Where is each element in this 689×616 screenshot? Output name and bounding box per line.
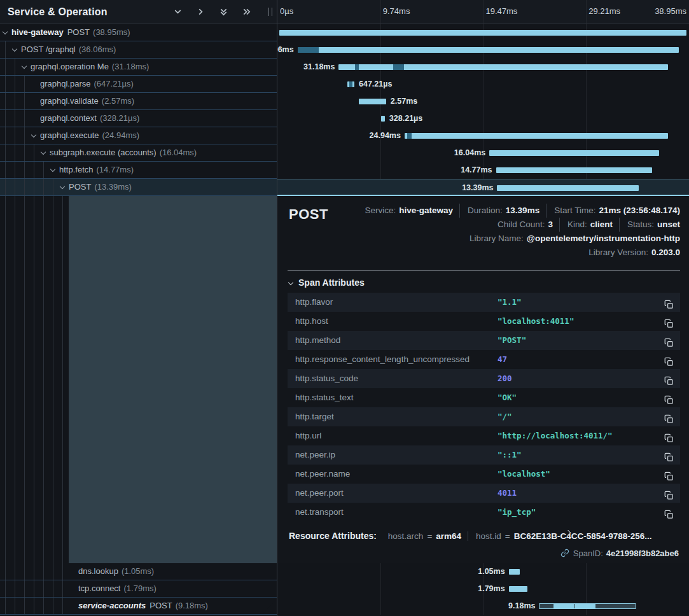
attribute-row: http.url"http://localhost:4011/" (288, 426, 680, 445)
span-tree-row[interactable]: POST /graphql(36.06ms) (0, 41, 277, 59)
attribute-value: "localhost" (498, 465, 550, 484)
span-tree: hive-gatewayPOST(38.95ms)POST /graphql(3… (0, 24, 277, 196)
collapse-chevron-icon[interactable] (22, 64, 27, 69)
span-tree-row[interactable]: graphql.operation Me(31.18ms) (0, 59, 277, 76)
span-duration-bar[interactable] (509, 569, 520, 575)
span-bar-row[interactable]: 14.77ms (277, 162, 689, 179)
double-chevron-down-icon[interactable] (218, 7, 228, 17)
span-tree-row[interactable]: dns.lookup(1.05ms) (0, 563, 277, 580)
span-duration-bar[interactable] (496, 167, 652, 173)
span-tree-row[interactable]: hive-gatewayPOST(38.95ms) (0, 24, 277, 41)
attribute-row: http.host"localhost:4011" (288, 312, 680, 331)
collapse-chevron-icon[interactable] (31, 132, 36, 137)
span-bar-row[interactable]: 9.18ms (277, 598, 689, 615)
attribute-key: http.method (295, 335, 340, 345)
collapse-chevron-icon[interactable] (3, 29, 8, 34)
attribute-value: "OK" (498, 388, 517, 407)
span-meta-item: Library Name:@opentelemetry/instrumentat… (470, 232, 680, 246)
bar-duration-label: 9.18ms (508, 598, 535, 615)
span-meta-item: Duration:13.39ms (459, 204, 539, 218)
span-metadata: Service:hive-gatewayDuration:13.39msStar… (365, 204, 680, 260)
collapse-chevron-icon[interactable] (50, 167, 55, 172)
span-attributes-header[interactable]: Span Attributes (289, 277, 365, 288)
span-bar-row[interactable]: 647.21µs (277, 76, 689, 93)
panel-resize-handle[interactable] (268, 8, 272, 16)
attribute-row: net.peer.name"localhost" (288, 465, 680, 484)
span-duration-bar[interactable] (539, 603, 636, 609)
span-duration-label: (36.06ms) (79, 45, 116, 54)
attribute-row: net.peer.ip"::1" (288, 445, 680, 465)
span-detail-panel: POST Service:hive-gatewayDuration:13.39m… (277, 196, 689, 563)
resource-attribute-key: host.id (476, 531, 501, 541)
resource-attributes-row: Resource Attributes: host.arch=arm64host… (289, 531, 652, 541)
indent-guide (62, 563, 63, 580)
span-operation-name: graphql.execute (40, 130, 99, 140)
bar-duration-label: 1.79ms (478, 580, 505, 598)
span-meta-item: Service:hive-gateway (365, 204, 453, 218)
attribute-row: http.method"POST" (288, 331, 680, 350)
attribute-row: http.target"/" (288, 407, 680, 426)
collapse-chevron-icon[interactable] (12, 46, 17, 52)
indent-guide (34, 162, 34, 178)
span-bar-row[interactable]: 16.04ms (277, 144, 689, 162)
span-tree-row[interactable]: subgraph.execute (accounts)(16.04ms) (0, 144, 277, 162)
collapse-chevron-icon[interactable] (41, 150, 46, 155)
span-bar-row[interactable]: 24.94ms (277, 127, 689, 144)
span-duration-bar[interactable] (405, 133, 668, 139)
span-duration-bar[interactable] (359, 99, 386, 104)
span-duration-bar[interactable] (509, 586, 528, 592)
span-duration-bar[interactable] (298, 47, 679, 53)
attribute-value: "ip_tcp" (498, 503, 536, 522)
meta-label: Kind: (567, 220, 587, 229)
span-bar-row[interactable]: 13.39ms (277, 179, 689, 196)
equals-sign: = (505, 531, 510, 541)
span-duration-label: (328.21µs) (100, 113, 139, 123)
span-bar-row[interactable]: 1.05ms (277, 563, 689, 580)
indent-guide (5, 76, 6, 92)
span-tree-row[interactable]: graphql.parse(647.21µs) (0, 76, 277, 93)
indent-guide (5, 110, 6, 127)
span-duration-bar[interactable] (497, 185, 639, 191)
span-duration-bar[interactable] (338, 64, 668, 70)
span-duration-bar[interactable] (489, 150, 659, 156)
ruler-tick-label: 0µs (280, 6, 293, 16)
span-tree-row[interactable]: graphql.context(328.21µs) (0, 110, 277, 127)
indent-guide (5, 563, 6, 580)
span-tree-row[interactable]: http.fetch(14.77ms) (0, 162, 277, 179)
resource-attribute-key: host.arch (388, 531, 424, 541)
span-bar-row[interactable]: 31.18ms (277, 59, 689, 76)
indent-guide (34, 563, 34, 580)
span-tree-row[interactable]: graphql.execute(24.94ms) (0, 127, 277, 144)
span-duration-label: (38.95ms) (93, 27, 130, 37)
attribute-row: http.response_content_length_uncompresse… (288, 350, 680, 369)
link-icon[interactable] (560, 549, 569, 559)
span-duration-bar[interactable] (279, 30, 687, 36)
span-tree-row[interactable]: graphql.validate(2.57ms) (0, 93, 277, 110)
resource-attributes-header[interactable]: Resource Attributes: (289, 531, 379, 541)
span-attributes-table: http.flavor"1.1"http.host"localhost:4011… (288, 293, 680, 522)
span-tree-row[interactable]: service-accountsPOST(9.18ms) (0, 598, 277, 615)
chevron-right-icon[interactable] (195, 7, 205, 17)
double-chevron-right-icon[interactable] (241, 7, 251, 17)
span-tree-row[interactable]: tcp.connect(1.79ms) (0, 580, 277, 598)
span-operation-name: POST (67, 27, 90, 37)
span-bar-row[interactable]: 36.06ms (277, 41, 689, 59)
attribute-value: "http://localhost:4011/" (498, 426, 613, 445)
copy-icon[interactable] (664, 507, 674, 526)
bar-duration-label: 14.77ms (461, 162, 492, 179)
waterfall-top: 38.95ms36.06ms31.18ms647.21µs2.57ms328.2… (277, 24, 689, 196)
collapse-chevron-icon[interactable] (60, 184, 65, 189)
span-tree-row[interactable]: POST(13.39ms) (0, 179, 277, 196)
span-bar-row[interactable]: 1.79ms (277, 580, 689, 598)
span-bar-row[interactable]: 38.95ms (277, 24, 689, 41)
span-duration-bar[interactable] (381, 116, 385, 122)
span-duration-label: (24.94ms) (102, 130, 140, 140)
chevron-down-icon[interactable] (172, 7, 183, 17)
span-operation-name: graphql.context (40, 113, 97, 123)
indent-guide (53, 598, 53, 614)
span-bar-row[interactable]: 328.21µs (277, 110, 689, 127)
indent-guide (15, 76, 15, 92)
span-meta-row: Service:hive-gatewayDuration:13.39msStar… (365, 204, 680, 218)
indent-guide (24, 580, 25, 597)
span-bar-row[interactable]: 2.57ms (277, 93, 689, 110)
